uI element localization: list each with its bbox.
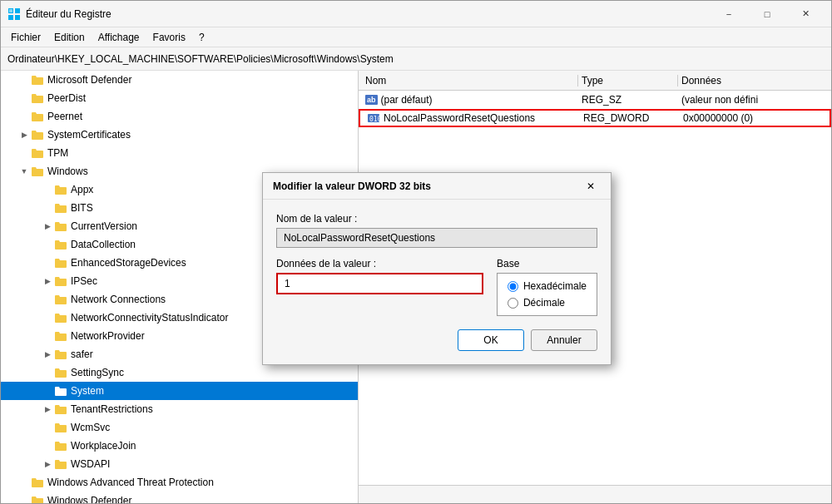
folder-icon [31, 494, 44, 503]
app-icon [7, 7, 21, 21]
tree-item-label: NetworkProvider [71, 330, 145, 342]
expand-arrow [41, 366, 54, 379]
base-section: Base Hexadécimale Décimale [497, 258, 597, 316]
dialog-title: Modifier la valeur DWORD 32 bits [273, 180, 581, 192]
menu-fichier[interactable]: Fichier [4, 30, 47, 45]
binary-icon: 010 [367, 112, 380, 124]
tree-item-label: Microsoft Defender [47, 74, 131, 86]
folder-icon-selected [54, 384, 67, 398]
expand-arrow [17, 146, 31, 160]
cell-name-nolocalpassword: 010 NoLocalPasswordResetQuestions [364, 112, 580, 124]
expand-arrow-open: ▼ [17, 165, 31, 178]
expand-arrow [41, 311, 54, 324]
value-data-input[interactable] [276, 273, 483, 294]
col-data: Données [678, 75, 828, 86]
folder-icon [54, 293, 67, 306]
menu-help[interactable]: ? [192, 30, 211, 45]
col-type: Type [578, 75, 678, 86]
folder-icon [54, 403, 67, 416]
ok-button[interactable]: OK [458, 329, 524, 351]
cell-data-nolocalpassword: 0x00000000 (0) [680, 112, 826, 124]
value-name-label: Nom de la valeur : [276, 213, 597, 225]
tree-item-label: Windows [47, 166, 88, 177]
radio-dec-label: Décimale [523, 297, 565, 309]
svg-text:010: 010 [369, 116, 380, 123]
tree-item-label: WSDAPI [71, 458, 110, 470]
value-data-label: Données de la valeur : [276, 258, 483, 269]
tree-item-label: Network Connections [71, 294, 166, 305]
expand-arrow [17, 494, 31, 503]
folder-icon [31, 91, 44, 105]
folder-icon [31, 476, 44, 489]
folder-icon [54, 183, 67, 196]
folder-icon [54, 329, 67, 343]
tree-item-peernet[interactable]: Peernet [1, 107, 358, 126]
expand-arrow [41, 329, 54, 343]
window-controls: − □ ✕ [710, 1, 825, 27]
tree-item-tpm[interactable]: TPM [1, 144, 358, 162]
svg-rect-4 [9, 9, 12, 12]
tree-item-systemcertificates[interactable]: ▶ SystemCertificates [1, 126, 358, 144]
folder-icon [54, 201, 67, 215]
tree-item-label: safer [71, 348, 93, 360]
tree-item-windows-defender[interactable]: Windows Defender [1, 492, 358, 503]
tree-item-system[interactable]: System [1, 382, 358, 400]
expand-arrow: ▶ [41, 457, 54, 471]
radio-hex-input[interactable] [508, 281, 518, 292]
menu-affichage[interactable]: Affichage [92, 30, 146, 45]
tree-item-label: Windows Advanced Threat Protection [47, 477, 214, 488]
svg-rect-3 [15, 15, 20, 20]
tree-item-settingsync[interactable]: SettingSync [1, 363, 358, 382]
maximize-button[interactable]: □ [748, 1, 786, 27]
dialog-close-button[interactable]: ✕ [581, 176, 601, 196]
menu-edition[interactable]: Edition [47, 30, 92, 45]
tree-item-label: Appx [71, 184, 93, 195]
expand-arrow [17, 476, 31, 489]
col-name: Nom [362, 75, 578, 86]
tree-item-windows-atp[interactable]: Windows Advanced Threat Protection [1, 473, 358, 492]
svg-rect-1 [15, 8, 20, 13]
window-title: Éditeur du Registre [26, 8, 710, 20]
folder-icon [54, 457, 67, 471]
tree-item-tenantrestrictions[interactable]: ▶ TenantRestrictions [1, 400, 358, 418]
menu-favoris[interactable]: Favoris [146, 30, 192, 45]
tree-item-peerdist[interactable]: PeerDist [1, 89, 358, 107]
tree-item-label: System [71, 385, 104, 397]
expand-arrow [41, 256, 54, 269]
tree-item-label: EnhancedStorageDevices [71, 257, 186, 269]
dialog-body: Nom de la valeur : NoLocalPasswordResetQ… [263, 200, 611, 364]
cell-type-nolocalpassword: REG_DWORD [580, 112, 680, 124]
tree-item-wcmsvc[interactable]: WcmSvc [1, 418, 358, 437]
expand-arrow [41, 384, 54, 398]
cell-name-default: ab (par défaut) [362, 94, 578, 106]
tree-item-label: NetworkConnectivityStatusIndicator [71, 312, 228, 324]
radio-hexadecimal[interactable]: Hexadécimale [508, 280, 587, 292]
expand-arrow [41, 293, 54, 306]
dword-dialog: Modifier la valeur DWORD 32 bits ✕ Nom d… [262, 172, 612, 365]
folder-icon [31, 165, 44, 178]
tree-item-microsoft-defender[interactable]: Microsoft Defender [1, 71, 358, 89]
tree-item-label: IPSec [71, 275, 97, 287]
tree-item-label: CurrentVersion [71, 220, 137, 232]
folder-icon [54, 366, 67, 379]
expand-arrow [17, 110, 31, 123]
folder-icon [54, 220, 67, 233]
radio-group: Hexadécimale Décimale [497, 273, 597, 316]
expand-arrow [41, 183, 54, 196]
tree-item-label: BITS [71, 202, 93, 214]
table-row-nolocalpassword[interactable]: 010 NoLocalPasswordResetQuestions REG_DW… [359, 109, 831, 127]
folder-icon [54, 274, 67, 288]
tree-item-workplacejoin[interactable]: WorkplaceJoin [1, 437, 358, 455]
expand-arrow [41, 421, 54, 434]
folder-icon [54, 238, 67, 251]
address-bar: Ordinateur\HKEY_LOCAL_MACHINE\SOFTWARE\P… [1, 47, 831, 71]
tree-item-wsdapi[interactable]: ▶ WSDAPI [1, 455, 358, 473]
close-button[interactable]: ✕ [786, 1, 825, 27]
radio-decimal[interactable]: Décimale [508, 297, 587, 309]
minimize-button[interactable]: − [710, 1, 748, 27]
value-data-section: Données de la valeur : [276, 258, 483, 294]
cancel-button[interactable]: Annuler [531, 329, 597, 351]
table-row-default[interactable]: ab (par défaut) REG_SZ (valeur non défin… [359, 91, 831, 109]
cell-data-default: (valeur non défini [678, 94, 828, 106]
radio-dec-input[interactable] [508, 298, 518, 309]
